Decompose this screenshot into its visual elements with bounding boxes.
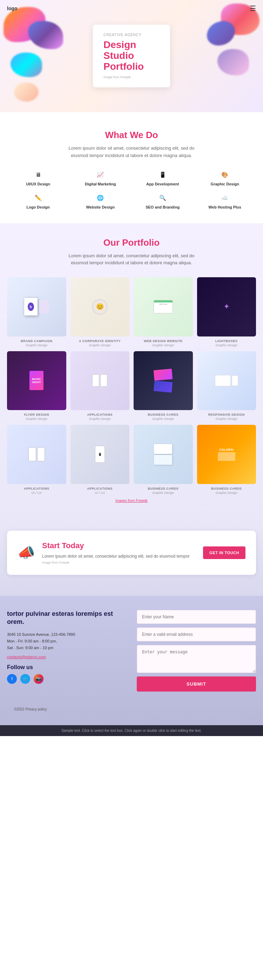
- service-label-1: Digital Marketing: [85, 182, 116, 186]
- portfolio-category-4: FLYER DESIGN: [7, 413, 66, 417]
- portfolio-item-11[interactable]: COLORS! BUSINESS CARDS Graphic Design: [197, 425, 256, 495]
- portfolio-item-6[interactable]: BUSINESS CARDS Graphic Design: [134, 351, 193, 421]
- get-in-touch-button[interactable]: GET IN TOUCH: [203, 546, 245, 559]
- hero-title: Design Studio Portfolio: [104, 40, 159, 72]
- what-we-do-title: What We Do: [11, 130, 252, 140]
- service-item-6[interactable]: 🔍 SEO and Branding: [135, 193, 190, 209]
- portfolio-title: Our Portfolio: [7, 237, 256, 248]
- instagram-icon[interactable]: 📷: [33, 674, 43, 684]
- follow-label: Follow us: [7, 664, 126, 670]
- portfolio-thumb-3: ✦: [197, 277, 256, 336]
- start-today-title: Start Today: [42, 541, 196, 550]
- portfolio-item-2[interactable]: Call to Touch WEB DESIGN WEBSITE Graphic…: [134, 277, 193, 347]
- portfolio-thumb-8: [7, 425, 66, 484]
- twitter-icon[interactable]: 🐦: [20, 674, 30, 684]
- contact-inner: tortor pulvinar esteras loremips est ore…: [7, 610, 256, 692]
- portfolio-thumb-2: Call to Touch: [134, 277, 193, 336]
- portfolio-item-0[interactable]: b BRAND CAMPAIGN Graphic Design: [7, 277, 66, 347]
- portfolio-item-4[interactable]: MUSIC NIGHT FLYER DESIGN Graphic Design: [7, 351, 66, 421]
- email-input[interactable]: [137, 627, 256, 641]
- blob-6: [217, 49, 249, 75]
- agency-label: CREATIVE AGENCY: [104, 33, 159, 37]
- portfolio-thumb-10: [134, 425, 193, 484]
- contact-address: 3045 10 Sunrize Avenue, 123-456-7890 Mon…: [7, 631, 126, 651]
- service-item-3[interactable]: 🎨 Graphic Design: [198, 170, 253, 186]
- portfolio-img-credit[interactable]: Images from Freepik: [7, 499, 256, 503]
- portfolio-thumb-6: [134, 351, 193, 410]
- portfolio-section: Our Portfolio Lorem ipsum dolor sit amet…: [0, 223, 263, 517]
- portfolio-sub-5: Graphic Design: [70, 417, 130, 421]
- portfolio-sub-8: UI / UX: [7, 491, 66, 495]
- service-item-5[interactable]: 🌐 Website Design: [73, 193, 128, 209]
- portfolio-thumb-4: MUSIC NIGHT: [7, 351, 66, 410]
- portfolio-thumb-1: 😊: [70, 277, 130, 336]
- name-input[interactable]: [137, 610, 256, 624]
- portfolio-thumb-0: b: [7, 277, 66, 336]
- service-item-1[interactable]: 📈 Digital Marketing: [73, 170, 128, 186]
- portfolio-grid: b BRAND CAMPAIGN Graphic Design 😊 A CORP…: [7, 277, 256, 495]
- portfolio-category-1: A CORPORATE IDENTITY: [70, 339, 130, 343]
- header: logo ☰: [0, 0, 263, 17]
- portfolio-item-5[interactable]: APPLICATIONS Graphic Design: [70, 351, 130, 421]
- portfolio-item-10[interactable]: BUSINESS CARDS Graphic Design: [134, 425, 193, 495]
- portfolio-sub-9: UI / UX: [70, 491, 130, 495]
- service-label-4: Logo Design: [26, 205, 50, 209]
- start-today-description: Lorem ipsum dolor sit amet, consectetur …: [42, 553, 196, 559]
- service-icon-2: 📱: [158, 170, 167, 180]
- portfolio-item-3[interactable]: ✦ LIGHTBOXES Graphic Design: [197, 277, 256, 347]
- portfolio-category-8: APPLICATIONS: [7, 487, 66, 490]
- service-label-3: Graphic Design: [211, 182, 239, 186]
- hamburger-menu[interactable]: ☰: [250, 4, 256, 13]
- portfolio-thumb-7: [197, 351, 256, 410]
- portfolio-sub-1: Graphic Design: [70, 344, 130, 347]
- blob-5: [207, 21, 235, 46]
- message-input[interactable]: [137, 645, 256, 673]
- start-today-img-note: Image from Freepik: [42, 561, 196, 564]
- portfolio-item-8[interactable]: APPLICATIONS UI / UX: [7, 425, 66, 495]
- portfolio-sub-11: Graphic Design: [197, 491, 256, 495]
- facebook-icon[interactable]: f: [7, 674, 17, 684]
- service-item-7[interactable]: ☁️ Web Hosting Plus: [198, 193, 253, 209]
- portfolio-sub-10: Graphic Design: [134, 491, 193, 495]
- hero-img-credit: Image from Freepik: [104, 76, 159, 79]
- bottom-bar-text: Sample text. Click to select the text bo…: [61, 729, 202, 733]
- service-icon-0: 🖥: [33, 170, 43, 180]
- submit-button[interactable]: SUBMIT: [137, 676, 256, 692]
- hero-card: CREATIVE AGENCY Design Studio Portfolio …: [93, 24, 170, 87]
- portfolio-thumb-11: COLORS!: [197, 425, 256, 484]
- contact-section: tortor pulvinar esteras loremips est ore…: [0, 596, 263, 725]
- service-icon-4: ✏️: [33, 193, 43, 203]
- service-label-2: App Development: [146, 182, 179, 186]
- portfolio-item-9[interactable]: 📱 APPLICATIONS UI / UX: [70, 425, 130, 495]
- portfolio-description: Lorem ipsum dolor sit amet, consectetur …: [61, 252, 202, 267]
- portfolio-category-7: RESPONSIVE DESIGN: [197, 413, 256, 417]
- start-today-section: 📣 Start Today Lorem ipsum dolor sit amet…: [7, 531, 256, 575]
- portfolio-category-9: APPLICATIONS: [70, 487, 130, 490]
- service-icon-5: 🌐: [96, 193, 105, 203]
- portfolio-sub-3: Graphic Design: [197, 344, 256, 347]
- portfolio-category-6: BUSINESS CARDS: [134, 413, 193, 417]
- service-label-0: UI/UX Design: [26, 182, 50, 186]
- contact-email[interactable]: contacts@esbnyc.com: [7, 655, 126, 659]
- hero-section: CREATIVE AGENCY Design Studio Portfolio …: [0, 0, 263, 112]
- portfolio-sub-0: Graphic Design: [7, 344, 66, 347]
- portfolio-category-2: WEB DESIGN WEBSITE: [134, 339, 193, 343]
- megaphone-icon: 📣: [18, 544, 35, 561]
- services-grid: 🖥 UI/UX Design 📈 Digital Marketing 📱 App…: [11, 170, 252, 209]
- portfolio-sub-2: Graphic Design: [134, 344, 193, 347]
- service-label-7: Web Hosting Plus: [209, 205, 241, 209]
- portfolio-item-7[interactable]: RESPONSIVE DESIGN Graphic Design: [197, 351, 256, 421]
- service-item-2[interactable]: 📱 App Development: [135, 170, 190, 186]
- blob-7: [14, 83, 38, 102]
- portfolio-item-1[interactable]: 😊 A CORPORATE IDENTITY Graphic Design: [70, 277, 130, 347]
- portfolio-category-10: BUSINESS CARDS: [134, 487, 193, 490]
- service-item-0[interactable]: 🖥 UI/UX Design: [11, 170, 66, 186]
- bottom-bar: Sample text. Click to select the text bo…: [0, 725, 263, 736]
- portfolio-sub-4: Graphic Design: [7, 417, 66, 421]
- start-today-wrapper: 📣 Start Today Lorem ipsum dolor sit amet…: [0, 517, 263, 596]
- portfolio-category-5: APPLICATIONS: [70, 413, 130, 417]
- social-icons: f 🐦 📷: [7, 674, 126, 684]
- portfolio-sub-6: Graphic Design: [134, 417, 193, 421]
- what-we-do-description: Lorem ipsum dolor sit amet, consectetur …: [61, 145, 202, 159]
- service-item-4[interactable]: ✏️ Logo Design: [11, 193, 66, 209]
